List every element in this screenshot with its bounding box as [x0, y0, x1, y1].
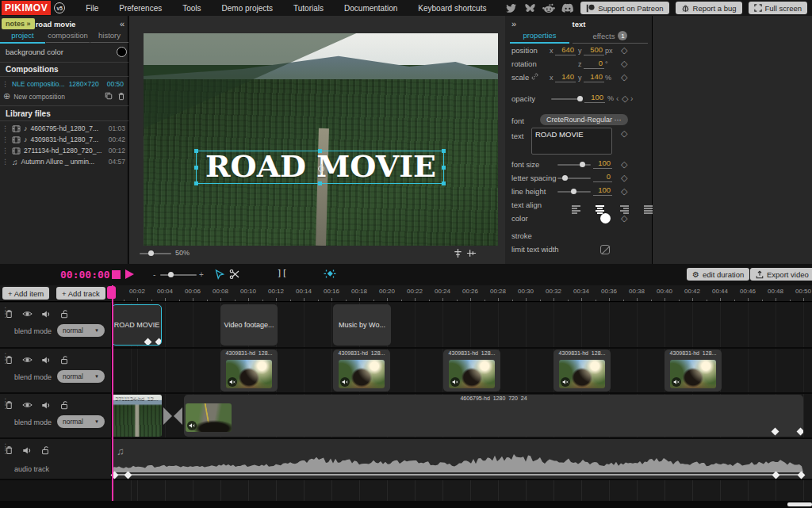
trim-tool-icon[interactable]: ][	[277, 268, 287, 278]
menu-keyboard-shortcuts[interactable]: Keyboard shortcuts	[418, 4, 486, 13]
font-size-keyframe-icon[interactable]: ◇	[621, 160, 627, 168]
clip-video-4606795[interactable]: 4606795-hd_1280_720_24	[184, 395, 803, 437]
selection-handle[interactable]	[194, 149, 198, 153]
align-right-icon[interactable]	[620, 205, 629, 213]
visibility-eye-icon[interactable]	[22, 310, 33, 318]
menu-documentation[interactable]: Documentation	[344, 4, 397, 13]
playhead-line[interactable]	[112, 285, 113, 501]
menu-file[interactable]: File	[86, 4, 98, 13]
align-left-icon[interactable]	[572, 205, 580, 213]
font-size-input[interactable]: 100	[593, 159, 612, 169]
align-horizontal-center-icon[interactable]	[453, 248, 463, 258]
zoom-in-icon[interactable]: +	[199, 270, 204, 279]
tab-history[interactable]: history	[90, 31, 128, 43]
discord-icon[interactable]	[561, 2, 574, 13]
color-keyframe-icon[interactable]: ◇	[621, 214, 627, 222]
twitter-icon[interactable]	[504, 2, 517, 13]
duplicate-icon[interactable]	[105, 92, 113, 101]
stroke-none-checkbox[interactable]	[600, 245, 610, 254]
clip-video-4309831[interactable]: 4309831-hd_128...	[553, 349, 611, 392]
scale-x-input[interactable]: 140	[555, 72, 576, 82]
line-height-keyframe-icon[interactable]: ◇	[621, 187, 627, 195]
clip-video-4309831[interactable]: 4309831-hd_128...	[443, 349, 500, 392]
trash-icon[interactable]	[5, 355, 13, 365]
tab-composition[interactable]: composition	[46, 31, 90, 43]
drag-handle-icon[interactable]: ⋮	[2, 147, 9, 155]
blend-mode-select[interactable]: normal▼	[57, 324, 105, 337]
audio-clip[interactable]: ♫	[112, 439, 812, 479]
clip-video-2711134[interactable]: 2711134-hd_12...	[112, 395, 162, 437]
speaker-icon[interactable]	[41, 356, 51, 365]
timeline-horizontal-scrollbar[interactable]	[787, 502, 812, 506]
next-keyframe-icon[interactable]: ›	[630, 94, 633, 103]
clip-video-4309831[interactable]: 4309831-hd_128...	[220, 349, 278, 392]
clip-text-music-by[interactable]: Music by Wo...	[333, 304, 391, 346]
blend-mode-select[interactable]: normal▼	[57, 370, 105, 383]
keyframe-diamond[interactable]	[772, 428, 779, 436]
zoom-out-icon[interactable]: -	[153, 270, 155, 279]
bluesky-icon[interactable]	[523, 2, 536, 13]
menu-tools[interactable]: Tools	[182, 4, 201, 13]
stop-button[interactable]	[112, 270, 121, 279]
scissors-tool-icon[interactable]	[229, 269, 240, 280]
scale-y-input[interactable]: 140	[584, 72, 604, 82]
fullscreen-button[interactable]: Full screen	[749, 2, 807, 14]
preview-zoom-slider-thumb[interactable]	[148, 250, 154, 256]
menu-tutorials[interactable]: Tutorials	[293, 4, 324, 13]
select-tool-icon[interactable]	[214, 269, 225, 280]
clip-video-4309831[interactable]: 4309831-hd_128...	[333, 349, 390, 392]
library-file-row[interactable]: ⋮ 2711134-hd_1280_720_... 00:12	[0, 145, 128, 156]
add-item-button[interactable]: + Add item	[2, 287, 49, 300]
font-size-slider[interactable]	[557, 164, 591, 166]
rotation-z-input[interactable]: 0	[584, 59, 604, 69]
selection-handle[interactable]	[194, 166, 198, 170]
position-keyframe-icon[interactable]: ◇	[621, 46, 627, 54]
composition-row[interactable]: ⋮ NLE compositio... 1280×720 00:50	[0, 78, 128, 90]
letter-spacing-keyframe-icon[interactable]: ◇	[621, 174, 627, 181]
export-video-button[interactable]: Export video	[750, 268, 812, 281]
selection-handle[interactable]	[442, 149, 446, 153]
menu-preferences[interactable]: Preferences	[119, 4, 162, 13]
selection-handle[interactable]	[318, 149, 322, 153]
clip-text-road-movie[interactable]: ROAD MOVIE	[112, 304, 162, 346]
background-color-swatch[interactable]	[117, 47, 127, 57]
font-size-slider-thumb[interactable]	[580, 162, 585, 167]
reddit-icon[interactable]	[542, 2, 555, 13]
timeline-zoom-slider[interactable]	[160, 274, 197, 276]
selection-handle[interactable]	[318, 181, 322, 185]
playhead-handle[interactable]	[107, 286, 116, 299]
text-selection-box[interactable]: ROAD MOVIE	[196, 151, 444, 184]
letter-spacing-input[interactable]: 0	[593, 172, 612, 182]
speaker-icon[interactable]	[41, 310, 51, 319]
tab-project[interactable]: project	[0, 31, 45, 44]
lock-open-icon[interactable]	[59, 309, 69, 319]
selection-handle[interactable]	[442, 166, 446, 170]
speaker-icon[interactable]	[41, 401, 51, 410]
position-x-input[interactable]: 640	[555, 45, 576, 55]
new-composition-row[interactable]: ⊕ New composition	[0, 90, 128, 102]
trash-icon[interactable]	[5, 445, 13, 455]
lock-open-icon[interactable]	[40, 445, 50, 455]
visibility-eye-icon[interactable]	[22, 401, 33, 409]
add-track-button[interactable]: + Add track	[56, 287, 105, 300]
text-input[interactable]: ROAD MOVIE	[531, 128, 612, 155]
selection-handle[interactable]	[442, 181, 446, 185]
app-logo[interactable]: PIKIMOV	[2, 1, 51, 15]
keyframe-diamond[interactable]	[798, 472, 806, 479]
trash-icon[interactable]	[5, 309, 13, 319]
visibility-eye-icon[interactable]	[22, 356, 33, 364]
rotation-keyframe-icon[interactable]: ◇	[621, 59, 627, 67]
composition-name[interactable]: NLE compositio...	[12, 80, 65, 88]
line-height-input[interactable]: 100	[593, 185, 612, 196]
collapse-panel-icon[interactable]: «	[120, 19, 124, 29]
timeline-ruler[interactable]: 00:0200:0400:0600:0800:1000:1200:1400:16…	[0, 285, 812, 302]
link-icon[interactable]	[531, 73, 538, 80]
timeline-zoom-slider-thumb[interactable]	[168, 272, 174, 277]
text-color-swatch[interactable]	[600, 213, 611, 223]
library-file-row[interactable]: ⋮ ♪ 4606795-hd_1280_7... 01:03	[0, 123, 128, 134]
audio-volume-line[interactable]	[112, 473, 803, 476]
support-patreon-button[interactable]: Support on Patreon	[580, 2, 668, 14]
letter-spacing-slider-thumb[interactable]	[562, 175, 568, 181]
opacity-input[interactable]: 100	[584, 93, 605, 103]
blend-mode-select[interactable]: normal▼	[57, 415, 105, 428]
